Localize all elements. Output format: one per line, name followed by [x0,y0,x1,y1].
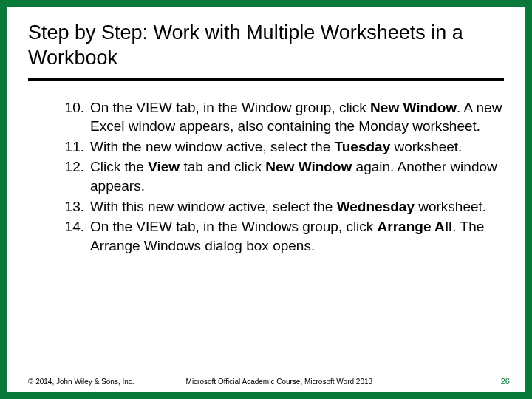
list-item: 13.With this new window active, select t… [58,197,504,216]
step-text: On the VIEW tab, in the Window group, cl… [90,100,502,134]
slide-title: Step by Step: Work with Multiple Workshe… [28,21,504,81]
slide-content: Step by Step: Work with Multiple Workshe… [7,7,525,392]
step-number: 13. [58,197,84,216]
list-item: 12.Click the View tab and click New Wind… [58,157,504,195]
course-text: Microsoft Official Academic Course, Micr… [134,378,501,386]
step-list: 10.On the VIEW tab, in the Window group,… [28,98,504,256]
footer: © 2014, John Wiley & Sons, Inc. Microsof… [28,377,510,386]
step-number: 10. [58,98,84,117]
bold-text: Arrange All [378,219,453,234]
bold-text: View [148,159,180,174]
step-text: On the VIEW tab, in the Windows group, c… [90,219,484,253]
step-text: With the new window active, select the T… [90,139,462,154]
bold-text: New Window [265,159,352,174]
copyright-text: © 2014, John Wiley & Sons, Inc. [28,378,134,386]
list-item: 14.On the VIEW tab, in the Windows group… [58,217,504,255]
list-item: 10.On the VIEW tab, in the Window group,… [58,98,504,136]
step-number: 11. [58,137,84,157]
step-number: 12. [58,157,84,177]
bold-text: Tuesday [335,139,391,154]
slide: Step by Step: Work with Multiple Workshe… [0,0,532,399]
bold-text: Wednesday [337,199,415,214]
step-text: Click the View tab and click New Window … [90,159,497,194]
page-number: 26 [501,377,510,386]
step-text: With this new window active, select the … [90,199,486,214]
step-number: 14. [58,217,84,236]
list-item: 11.With the new window active, select th… [58,137,504,157]
bold-text: New Window [370,100,457,115]
